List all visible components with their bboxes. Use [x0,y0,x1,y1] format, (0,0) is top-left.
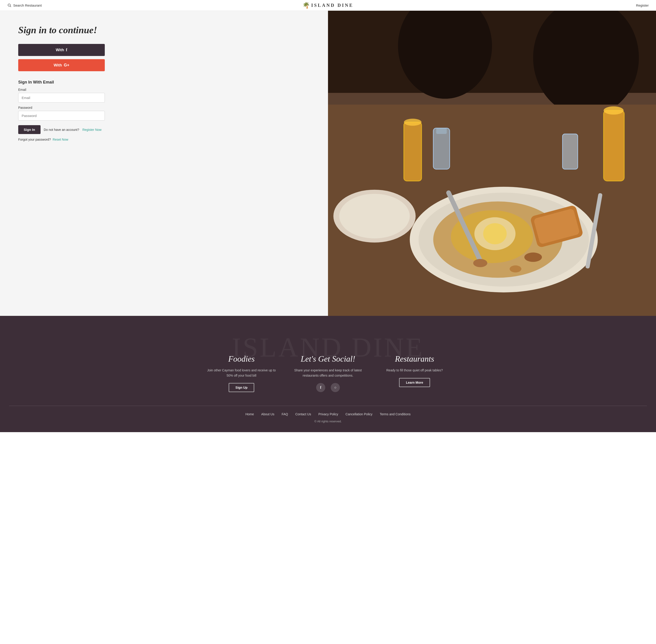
svg-point-0 [8,4,10,6]
social-desc: Share your experiences and keep track of… [291,368,365,378]
email-section-title: Sign In With Email [18,80,105,85]
forgot-text: Forgot your password? [18,138,51,141]
email-input[interactable] [18,93,105,102]
svg-rect-20 [604,110,624,181]
password-label: Password [18,106,105,110]
register-now-link[interactable]: Register Now [83,128,102,132]
footer-terms-link[interactable]: Terms and Conditions [380,412,411,416]
footer-nav-links: Home About Us FAQ Contact Us Privacy Pol… [9,412,647,416]
google-icon: G+ [64,63,69,68]
search-icon [7,3,12,7]
search-restaurant[interactable]: Search Restaurant [7,3,42,7]
svg-point-23 [404,119,421,126]
forgot-password-section: Forgot your password? Reset Now [18,138,105,141]
svg-point-12 [483,223,507,245]
sign-in-title: Sign in to continue! [18,24,314,36]
svg-rect-18 [433,128,450,169]
google-signin-button[interactable]: With G+ [18,59,105,71]
facebook-signin-button[interactable]: With f [18,44,105,56]
sign-up-button[interactable]: Sign Up [229,383,255,392]
header: Search Restaurant 🌴 Island Dine Register [0,0,656,11]
footer-nav: Home About Us FAQ Contact Us Privacy Pol… [9,406,647,423]
facebook-social-icon[interactable]: f [316,383,325,392]
footer-copyright: © All rights reserved. [9,420,647,423]
restaurants-desc: Ready to fill those quiet off peak table… [378,368,451,373]
no-account-text: Do not have an account? [44,128,79,132]
food-image-panel [328,11,656,316]
svg-rect-24 [562,134,578,169]
svg-line-1 [10,6,11,7]
svg-point-27 [473,259,487,267]
site-logo[interactable]: 🌴 Island Dine [303,2,353,9]
watermark-text: ISLAND DINE [9,332,647,363]
main-section: Sign in to continue! With f With G+ Sign… [0,11,656,316]
footer-privacy-link[interactable]: Privacy Policy [319,412,338,416]
footer-about-link[interactable]: About Us [261,412,275,416]
instagram-social-icon[interactable]: ○ [331,383,340,392]
footer-contact-link[interactable]: Contact Us [295,412,311,416]
sign-in-row: Sign In Do not have an account? Register… [18,125,105,134]
svg-rect-22 [404,122,421,181]
email-label: Email [18,88,105,91]
svg-rect-19 [436,128,447,134]
password-input[interactable] [18,111,105,121]
svg-point-17 [339,194,410,238]
facebook-icon: f [66,48,67,52]
search-label: Search Restaurant [13,3,42,7]
facebook-btn-label: With [56,48,64,52]
social-icons-row: f ○ [291,383,365,392]
google-btn-label: With [53,63,62,68]
foodies-desc: Join other Cayman food lovers and receiv… [205,368,278,378]
footer-watermark: ISLAND DINE [9,332,647,363]
svg-point-28 [509,265,521,272]
reset-now-link[interactable]: Reset Now [52,138,68,141]
email-signin-section: Sign In With Email Email Password Sign I… [18,80,105,141]
sign-in-panel: Sign in to continue! With f With G+ Sign… [0,11,328,316]
logo-text: Island Dine [311,3,353,8]
svg-point-26 [524,253,542,262]
food-image [328,11,656,316]
logo-icon: 🌴 [303,2,310,9]
svg-point-21 [604,106,624,114]
footer-cancellation-link[interactable]: Cancellation Policy [346,412,372,416]
learn-more-button[interactable]: Learn More [399,378,430,387]
footer-section: ISLAND DINE Foodies Join other Cayman fo… [0,316,656,432]
sign-in-button[interactable]: Sign In [18,125,41,134]
register-link[interactable]: Register [636,3,649,7]
footer-faq-link[interactable]: FAQ [282,412,288,416]
footer-home-link[interactable]: Home [245,412,254,416]
